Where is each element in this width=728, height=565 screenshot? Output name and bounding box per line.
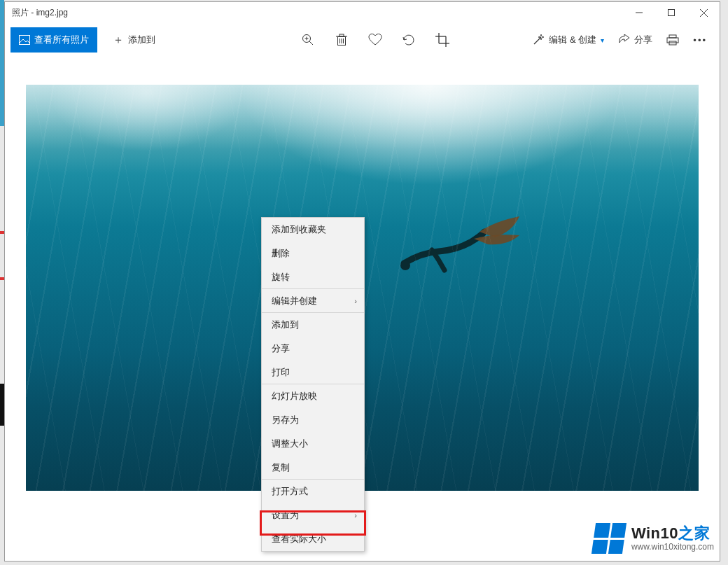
menu-item-label: 删除 [272, 247, 290, 260]
chevron-right-icon: › [354, 297, 357, 305]
close-button[interactable] [687, 2, 720, 23]
add-to-button[interactable]: ＋ 添加到 [103, 27, 165, 53]
svg-rect-1 [668, 10, 675, 16]
plus-icon: ＋ [113, 33, 124, 48]
menu-item-label: 调整大小 [272, 438, 308, 450]
context-menu--[interactable]: 旋转 [262, 265, 364, 289]
svg-rect-20 [667, 38, 678, 43]
trash-icon [336, 34, 347, 46]
context-menu--[interactable]: 幻灯片放映 [262, 384, 364, 408]
more-button[interactable]: ••• [686, 25, 714, 55]
magic-icon [532, 34, 545, 46]
menu-item-label: 另存为 [272, 414, 299, 426]
center-tools [291, 25, 459, 55]
favorite-button[interactable] [358, 25, 392, 55]
rotate-button[interactable] [392, 25, 426, 55]
context-menu--[interactable]: 打印 [262, 361, 364, 384]
diver-graphic [390, 204, 537, 288]
maximize-button[interactable] [655, 2, 687, 23]
share-label: 分享 [634, 34, 652, 46]
menu-item-label: 添加到 [272, 319, 299, 331]
minimize-button[interactable] [623, 2, 655, 23]
heart-icon [368, 34, 382, 46]
crop-icon [435, 33, 449, 47]
watermark-title: Win10之家 [631, 526, 714, 541]
share-button[interactable]: 分享 [611, 25, 659, 55]
share-icon [618, 34, 631, 46]
context-menu--[interactable]: 查看实际大小 [262, 527, 364, 551]
view-all-photos-button[interactable]: 查看所有照片 [10, 27, 97, 53]
window-controls [623, 2, 720, 23]
svg-rect-4 [20, 36, 30, 45]
menu-item-label: 添加到收藏夹 [272, 223, 326, 236]
menu-item-label: 编辑并创建 [272, 295, 317, 307]
chevron-right-icon: › [354, 511, 357, 519]
context-menu--[interactable]: 添加到收藏夹 [262, 218, 364, 242]
watermark-url: www.win10xitong.com [631, 543, 714, 551]
context-menu--[interactable]: 打开方式 [262, 480, 364, 503]
menu-item-label: 旋转 [272, 271, 290, 284]
context-menu--[interactable]: 复制 [262, 456, 364, 480]
print-toolbar-button[interactable] [659, 25, 686, 55]
crop-button[interactable] [426, 25, 459, 55]
ellipsis-icon: ••• [693, 35, 707, 46]
menu-item-label: 打印 [272, 366, 290, 379]
menu-item-label: 查看实际大小 [272, 533, 326, 545]
menu-item-label: 分享 [272, 342, 290, 355]
svg-point-23 [400, 260, 410, 270]
title-bar: 照片 - img2.jpg [5, 2, 720, 23]
rotate-icon [402, 34, 416, 46]
windows-logo-icon [592, 523, 626, 554]
add-to-label: 添加到 [128, 34, 155, 46]
svg-line-19 [534, 37, 541, 44]
context-menu--[interactable]: 另存为 [262, 408, 364, 432]
context-menu--[interactable]: 设置为› [262, 503, 364, 527]
photo-icon [19, 35, 30, 45]
chevron-down-icon: ▾ [601, 36, 604, 44]
context-menu--[interactable]: 分享 [262, 337, 364, 361]
delete-button[interactable] [325, 25, 358, 55]
context-menu--[interactable]: 删除 [262, 242, 364, 265]
toolbar: 查看所有照片 ＋ 添加到 编辑 & [5, 23, 720, 57]
edit-create-label: 编辑 & 创建 [549, 34, 596, 46]
context-menu: 添加到收藏夹删除旋转编辑并创建›添加到分享打印幻灯片放映另存为调整大小复制打开方… [261, 217, 365, 552]
zoom-button[interactable] [291, 25, 325, 55]
context-menu--[interactable]: 调整大小 [262, 432, 364, 456]
edit-create-button[interactable]: 编辑 & 创建 ▾ [525, 25, 611, 55]
svg-rect-14 [340, 34, 344, 36]
zoom-icon [302, 34, 314, 46]
menu-item-label: 设置为 [272, 509, 299, 522]
print-icon [666, 34, 679, 46]
view-all-label: 查看所有照片 [34, 34, 89, 46]
window-title: 照片 - img2.jpg [12, 7, 68, 19]
watermark: Win10之家 www.win10xitong.com [594, 523, 714, 554]
context-menu--[interactable]: 编辑并创建› [262, 289, 364, 313]
menu-item-label: 打开方式 [272, 485, 308, 498]
menu-item-label: 复制 [272, 461, 290, 474]
menu-item-label: 幻灯片放映 [272, 390, 317, 403]
context-menu--[interactable]: 添加到 [262, 313, 364, 337]
svg-rect-21 [669, 35, 676, 38]
svg-line-6 [309, 41, 313, 45]
